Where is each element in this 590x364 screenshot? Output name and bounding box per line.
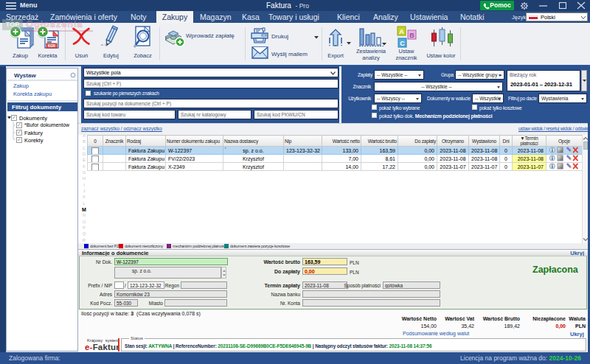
- svg-text:C: C: [400, 40, 405, 47]
- svg-text:B: B: [409, 32, 414, 39]
- svg-text:KOR: KOR: [48, 44, 56, 48]
- svg-text:A: A: [399, 28, 404, 35]
